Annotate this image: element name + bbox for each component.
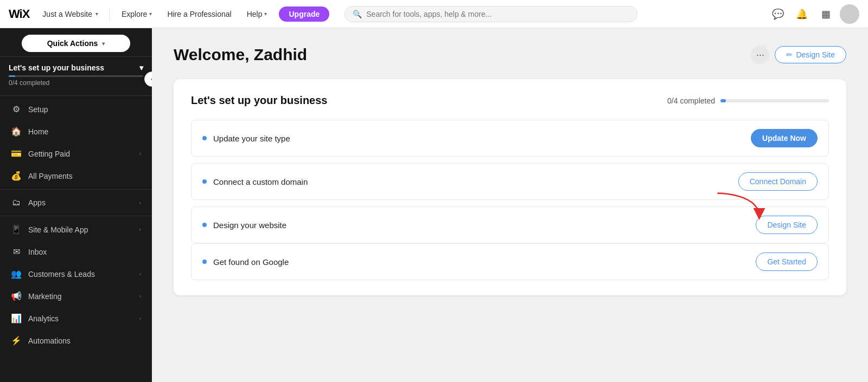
connect-domain-button[interactable]: Connect Domain	[738, 172, 818, 191]
sidebar: ‹ Quick Actions ▾ Let's set up your busi…	[0, 28, 152, 382]
page-title: Welcome, Zadhid	[174, 46, 307, 64]
automations-icon: ⚡	[11, 335, 22, 346]
quick-actions-chevron-icon: ▾	[102, 41, 105, 47]
setup-item-design-wrapper: Design your website Design Site	[191, 206, 829, 243]
design-site-button[interactable]: Design Site	[756, 216, 818, 234]
body-row: ‹ Quick Actions ▾ Let's set up your busi…	[0, 28, 868, 382]
sidebar-top: Quick Actions ▾	[0, 28, 152, 57]
help-button[interactable]: Help ▾	[241, 8, 273, 21]
chevron-right-icon: ›	[139, 315, 141, 321]
sidebar-divider-3	[0, 216, 152, 216]
sidebar-item-getting-paid[interactable]: 💳 Getting Paid ›	[0, 143, 152, 165]
sidebar-item-label: Setup	[28, 105, 141, 114]
sidebar-setup-title[interactable]: Let's set up your business ▾	[9, 63, 143, 72]
sidebar-item-label: Apps	[28, 198, 133, 207]
help-chevron-icon: ▾	[264, 11, 267, 17]
pencil-icon: ✏	[786, 50, 793, 59]
top-navigation: WiX Just a Website ▾ Explore ▾ Hire a Pr…	[0, 0, 868, 28]
sidebar-item-apps[interactable]: 🗂 Apps ›	[0, 192, 152, 213]
site-name-label: Just a Website	[42, 10, 92, 18]
grid-icon-button[interactable]: ▦	[816, 4, 835, 24]
chat-icon-button[interactable]: 💬	[768, 4, 788, 24]
nav-icons: 💬 🔔 ▦	[768, 4, 859, 24]
user-avatar-button[interactable]	[840, 4, 859, 24]
quick-actions-label: Quick Actions	[47, 39, 98, 48]
site-name-chevron-icon: ▾	[95, 11, 98, 17]
setup-chevron-icon: ▾	[139, 63, 143, 72]
dot-icon	[202, 223, 207, 227]
sidebar-item-label: Customers & Leads	[28, 270, 133, 279]
sidebar-item-label: All Payments	[28, 172, 141, 180]
sidebar-item-setup[interactable]: ⚙ Setup	[0, 98, 152, 120]
sidebar-item-analytics[interactable]: 📊 Analytics ›	[0, 307, 152, 329]
main-content: Welcome, Zadhid ··· ✏ Design Site Let's …	[152, 28, 868, 382]
sidebar-item-site-mobile[interactable]: 📱 Site & Mobile App ›	[0, 218, 152, 241]
sidebar-item-label: Home	[28, 127, 141, 136]
home-icon: 🏠	[11, 126, 22, 137]
header-actions: ··· ✏ Design Site	[751, 46, 846, 64]
customers-icon: 👥	[11, 269, 22, 279]
notifications-icon-button[interactable]: 🔔	[792, 4, 812, 24]
quick-actions-button[interactable]: Quick Actions ▾	[22, 35, 130, 52]
sidebar-item-automations[interactable]: ⚡ Automations	[0, 329, 152, 352]
nav-separator	[109, 8, 110, 21]
apps-icon: 🗂	[11, 198, 22, 208]
setup-item-site-type: Update your site type Update Now	[191, 120, 829, 157]
more-options-button[interactable]: ···	[751, 46, 769, 64]
sidebar-item-label: Automations	[28, 336, 141, 345]
setup-item-text: Get found on Google	[213, 257, 289, 267]
setup-card-header: Let's set up your business 0/4 completed	[191, 94, 829, 107]
hire-professional-button[interactable]: Hire a Professional	[162, 8, 237, 21]
setup-card: Let's set up your business 0/4 completed…	[174, 79, 846, 295]
setup-card-title: Let's set up your business	[191, 94, 327, 107]
sidebar-divider-1	[0, 95, 152, 96]
setup-card-progress-track	[720, 99, 829, 102]
setup-item-domain: Connect a custom domain Connect Domain	[191, 163, 829, 200]
design-site-header-button[interactable]: ✏ Design Site	[775, 46, 846, 63]
setup-item-left: Get found on Google	[202, 257, 289, 267]
setup-card-progress-label: 0/4 completed	[667, 96, 715, 105]
sidebar-progress-fill	[9, 75, 15, 77]
sidebar-item-marketing[interactable]: 📢 Marketing ›	[0, 285, 152, 307]
setup-item-left: Update your site type	[202, 134, 290, 143]
sidebar-item-customers[interactable]: 👥 Customers & Leads ›	[0, 263, 152, 285]
getting-paid-icon: 💳	[11, 148, 22, 159]
setup-item-text: Design your website	[213, 221, 286, 230]
dot-icon	[202, 136, 207, 140]
sidebar-item-home[interactable]: 🏠 Home	[0, 120, 152, 143]
search-bar: 🔍	[344, 6, 637, 22]
dot-icon	[202, 260, 207, 264]
upgrade-button[interactable]: Upgrade	[279, 7, 329, 22]
explore-chevron-icon: ▾	[149, 11, 152, 17]
setup-item-left: Design your website	[202, 221, 286, 230]
get-started-button[interactable]: Get Started	[756, 252, 818, 271]
chevron-right-icon: ›	[139, 293, 141, 299]
page-header: Welcome, Zadhid ··· ✏ Design Site	[174, 46, 846, 64]
analytics-icon: 📊	[11, 313, 22, 323]
setup-item-text: Update your site type	[213, 134, 290, 143]
setup-item-google: Get found on Google Get Started	[191, 243, 829, 280]
chevron-right-icon: ›	[139, 200, 141, 206]
chevron-right-icon: ›	[139, 271, 141, 277]
setup-card-progress-fill	[720, 99, 726, 102]
sidebar-divider-2	[0, 189, 152, 190]
sidebar-item-all-payments[interactable]: 💰 All Payments	[0, 165, 152, 187]
wix-logo: WiX	[9, 7, 29, 21]
explore-button[interactable]: Explore ▾	[116, 8, 157, 21]
chevron-right-icon: ›	[139, 151, 141, 157]
sidebar-progress-text: 0/4 completed	[9, 79, 143, 87]
site-mobile-icon: 📱	[11, 224, 22, 235]
sidebar-item-inbox[interactable]: ✉ Inbox	[0, 241, 152, 263]
update-now-button[interactable]: Update Now	[751, 129, 818, 147]
setup-card-progress: 0/4 completed	[667, 96, 829, 105]
sidebar-setup-section: Let's set up your business ▾ 0/4 complet…	[0, 57, 152, 93]
site-name-button[interactable]: Just a Website ▾	[38, 8, 103, 21]
setup-item-left: Connect a custom domain	[202, 177, 308, 186]
search-icon: 🔍	[353, 10, 362, 18]
setup-item-text: Connect a custom domain	[213, 177, 308, 186]
setup-icon: ⚙	[11, 104, 22, 114]
setup-item-design: Design your website Design Site	[191, 206, 829, 243]
all-payments-icon: 💰	[11, 171, 22, 181]
search-input[interactable]	[366, 10, 629, 18]
sidebar-item-label: Getting Paid	[28, 150, 133, 158]
